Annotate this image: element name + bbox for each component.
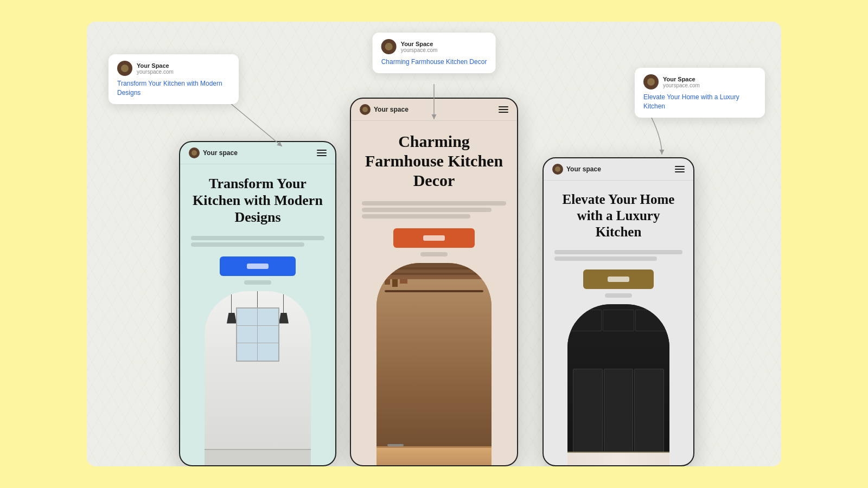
phone-right-logo-icon xyxy=(552,164,563,175)
phone-center-brand: Your space xyxy=(374,106,409,113)
ceiling-beam xyxy=(376,263,492,279)
phone-right-arch-image xyxy=(567,304,670,465)
pendant-shade-1 xyxy=(227,313,237,324)
phone-left-content: Transform Your Kitchen with Modern Desig… xyxy=(180,164,335,465)
phone-left-text-bar-2 xyxy=(191,242,304,247)
tooltip-right-link[interactable]: Elevate Your Home with a Luxury Kitchen xyxy=(643,93,756,111)
tooltip-left: Your Space yourspace.com Transform Your … xyxy=(108,54,239,104)
tooltip-left-site-url: yourspace.com xyxy=(137,69,174,75)
main-container: Your Space yourspace.com Transform Your … xyxy=(87,22,781,466)
tooltip-right-site-info: Your Space yourspace.com xyxy=(663,76,700,88)
stove-element xyxy=(387,444,404,446)
phone-left-logo-icon xyxy=(189,147,200,158)
window-cell-5 xyxy=(237,343,258,360)
phone-left-header: Your space xyxy=(180,142,335,164)
tooltip-left-link[interactable]: Transform Your Kitchen with Modern Desig… xyxy=(117,79,230,98)
window-cell-3 xyxy=(237,326,258,343)
tooltip-right: Your Space yourspace.com Elevate Your Ho… xyxy=(635,68,765,118)
arch-center-farmhouse xyxy=(376,263,492,465)
tooltip-right-header: Your Space yourspace.com xyxy=(643,74,756,89)
tooltip-center-site-info: Your Space yourspace.com xyxy=(401,41,438,53)
phone-center-logo-icon xyxy=(360,104,371,115)
phone-center-logo: Your space xyxy=(360,104,409,115)
phone-center-text-bar-1 xyxy=(362,201,506,206)
upper-cab-1 xyxy=(570,310,602,331)
phone-right-menu[interactable] xyxy=(675,166,685,172)
upper-cabinets xyxy=(570,310,667,331)
phone-right: Your space Elevate Your Home with a Luxu… xyxy=(542,157,694,466)
phone-right-header: Your space xyxy=(544,158,693,181)
phone-left-small-bar xyxy=(244,280,271,285)
phone-center-text-bar-2 xyxy=(362,208,492,212)
farmhouse-counter xyxy=(376,446,492,465)
phone-center-cta-button[interactable] xyxy=(393,228,475,248)
phone-left-text-bar-1 xyxy=(191,236,324,240)
marble-counter xyxy=(567,452,670,465)
phone-center-title: Charming Farmhouse Kitchen Decor xyxy=(362,132,506,190)
pendant-3 xyxy=(279,291,289,324)
tooltip-center-avatar xyxy=(381,39,397,54)
pendant-1 xyxy=(227,291,237,324)
hamburger-line-r1 xyxy=(675,166,685,167)
phone-right-text-bar-1 xyxy=(554,250,682,254)
phone-left: Your space Transform Your Kitchen with M… xyxy=(179,141,336,466)
tooltip-left-avatar xyxy=(117,61,132,76)
phone-left-btn-inner xyxy=(247,264,269,269)
phone-center-header: Your space xyxy=(351,99,517,121)
phone-right-btn-inner xyxy=(608,277,629,282)
phone-left-logo: Your space xyxy=(189,147,238,158)
hamburger-line-r2 xyxy=(675,169,685,170)
phone-center-text-bar-3 xyxy=(362,214,470,219)
phone-center: Your space Charming Farmhouse Kitchen De… xyxy=(350,98,518,466)
luxury-cabinets xyxy=(567,369,670,465)
window-cell-1 xyxy=(237,309,258,325)
phone-right-content: Elevate Your Home with a Luxury Kitchen xyxy=(544,181,693,465)
cabinet-2 xyxy=(604,369,634,465)
phone-right-text-bar-2 xyxy=(554,256,657,261)
tooltip-left-site-info: Your Space yourspace.com xyxy=(137,62,174,75)
tooltip-center-link[interactable]: Charming Farmhouse Kitchen Decor xyxy=(381,57,487,67)
kitchen-counter xyxy=(205,449,311,465)
window-cell-2 xyxy=(258,309,278,325)
phone-center-content: Charming Farmhouse Kitchen Decor xyxy=(351,121,517,465)
phone-right-brand: Your space xyxy=(566,165,601,173)
beam-line-1 xyxy=(376,267,492,269)
kitchen-window xyxy=(236,307,279,362)
tooltip-center: Your Space yourspace.com Charming Farmho… xyxy=(373,33,496,73)
hamburger-line-3 xyxy=(317,155,327,156)
phone-right-small-bar xyxy=(605,293,632,298)
upper-cab-2 xyxy=(603,310,634,331)
hamburger-line-1 xyxy=(317,150,327,151)
arch-left-kitchen xyxy=(205,291,311,465)
pendant-shade-3 xyxy=(279,313,289,324)
cabinet-1 xyxy=(573,369,603,465)
phone-center-menu[interactable] xyxy=(499,106,508,113)
phone-right-title: Elevate Your Home with a Luxury Kitchen xyxy=(554,191,682,240)
arch-right-luxury xyxy=(567,304,670,465)
tooltip-center-site-url: yourspace.com xyxy=(401,47,438,53)
hamburger-line-r3 xyxy=(675,171,685,172)
tooltip-center-site-name: Your Space xyxy=(401,41,438,47)
phone-center-btn-inner xyxy=(423,235,445,241)
phone-left-cta-button[interactable] xyxy=(220,256,296,276)
hamburger-line-c2 xyxy=(499,109,508,110)
window-cell-6 xyxy=(258,343,278,360)
tooltip-right-avatar xyxy=(643,74,659,89)
window-cell-4 xyxy=(258,326,278,343)
phone-right-cta-button[interactable] xyxy=(583,269,654,289)
tooltip-left-header: Your Space yourspace.com xyxy=(117,61,230,76)
phone-center-arch-image xyxy=(376,263,492,465)
phone-left-title: Transform Your Kitchen with Modern Desig… xyxy=(191,175,324,226)
tooltip-center-header: Your Space yourspace.com xyxy=(381,39,487,54)
tooltip-left-site-name: Your Space xyxy=(137,62,174,69)
phone-center-small-bar xyxy=(420,252,448,256)
phone-right-logo: Your space xyxy=(552,164,601,175)
hamburger-line-2 xyxy=(317,152,327,153)
tooltip-right-site-name: Your Space xyxy=(663,76,700,82)
shelf-2 xyxy=(385,290,484,292)
phone-left-arch-image xyxy=(205,291,311,465)
phone-left-brand: Your space xyxy=(203,149,238,157)
phone-left-menu[interactable] xyxy=(317,150,327,156)
beam-line-2 xyxy=(376,273,492,275)
hamburger-line-c3 xyxy=(499,112,508,113)
